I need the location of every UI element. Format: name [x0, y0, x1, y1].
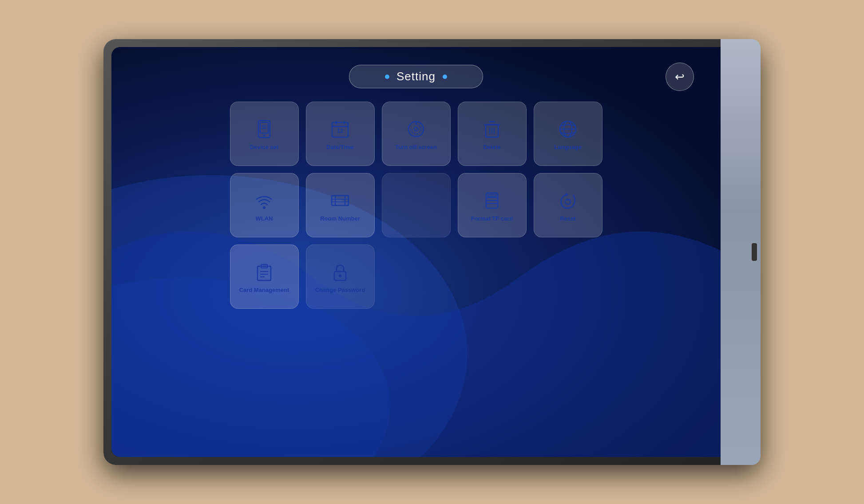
- device-set-icon: [253, 118, 275, 140]
- device-set-button[interactable]: Device set: [230, 102, 299, 166]
- wlan-button[interactable]: WLAN: [230, 173, 299, 237]
- date-time-label: Date/Time: [326, 144, 354, 151]
- language-button[interactable]: Language: [534, 102, 602, 166]
- format-tf-card-button[interactable]: Format TF card: [458, 173, 527, 237]
- back-icon: ↩: [675, 70, 685, 84]
- title-dot-left: [385, 75, 389, 79]
- screen: Setting ↩: [111, 47, 721, 457]
- settings-grid: Device set 12 Date/Time: [230, 102, 602, 309]
- svg-point-4: [263, 134, 265, 136]
- svg-rect-36: [488, 195, 496, 197]
- svg-rect-25: [332, 196, 349, 205]
- device-set-label: Device set: [250, 144, 278, 151]
- device-side-panel: [721, 39, 761, 465]
- title-dot-right: [443, 75, 447, 79]
- card-management-button[interactable]: Card Management: [230, 244, 299, 309]
- delete-icon: [481, 118, 503, 140]
- back-button[interactable]: ↩: [666, 63, 694, 91]
- covered-item: [382, 173, 451, 237]
- film-icon: [329, 189, 351, 212]
- wifi-icon: [253, 189, 275, 212]
- change-password-label: Change Password: [315, 287, 365, 294]
- device-frame: Setting ↩: [103, 39, 761, 465]
- language-icon: [557, 118, 579, 140]
- title-bar: Setting: [349, 65, 483, 88]
- turn-off-icon: [405, 118, 427, 140]
- delete-label: Delete: [483, 144, 500, 151]
- turn-off-screen-button[interactable]: Turn off screen: [382, 102, 451, 166]
- reset-button[interactable]: Reset: [534, 173, 602, 237]
- tf-card-icon: [481, 189, 503, 212]
- card-management-label: Card Management: [239, 287, 289, 294]
- room-number-label: Room Number: [320, 215, 360, 223]
- screen-content: Setting ↩: [138, 65, 694, 309]
- side-port: [752, 243, 757, 261]
- format-tf-card-label: Format TF card: [471, 215, 513, 223]
- page-title: Setting: [396, 70, 436, 83]
- clipboard-icon: [253, 261, 275, 283]
- reset-label: Reset: [560, 215, 575, 223]
- room-number-button[interactable]: Room Number: [306, 173, 375, 237]
- reset-icon: [557, 189, 579, 212]
- screen-area: Setting ↩: [111, 47, 721, 457]
- language-label: Language: [554, 144, 581, 151]
- calendar-icon: 12: [329, 118, 351, 140]
- svg-point-44: [339, 275, 341, 277]
- svg-text:12: 12: [337, 128, 343, 134]
- svg-rect-43: [334, 272, 346, 280]
- change-password-button[interactable]: Change Password: [306, 244, 375, 309]
- turn-off-screen-label: Turn off screen: [395, 144, 437, 151]
- svg-point-24: [263, 206, 266, 209]
- delete-button[interactable]: Delete: [458, 102, 527, 166]
- lock-icon: [329, 261, 351, 283]
- header-row: Setting ↩: [138, 65, 694, 88]
- date-time-button[interactable]: 12 Date/Time: [306, 102, 375, 166]
- wlan-label: WLAN: [256, 215, 273, 223]
- svg-point-13: [414, 127, 418, 131]
